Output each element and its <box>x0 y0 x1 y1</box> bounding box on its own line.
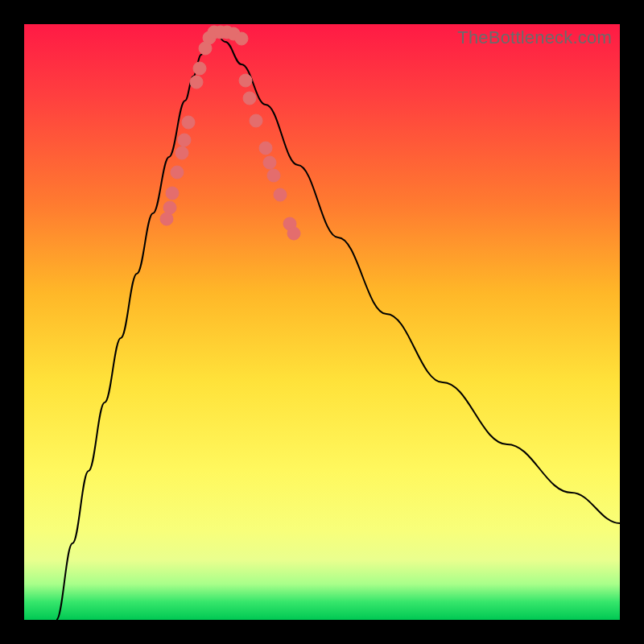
benchmark-dot <box>175 147 188 159</box>
benchmark-dot <box>235 32 248 45</box>
benchmark-dot <box>166 187 179 200</box>
benchmark-dot <box>182 116 195 129</box>
benchmark-dot <box>171 166 184 179</box>
benchmark-dot <box>267 169 280 182</box>
benchmark-dot <box>243 92 256 105</box>
benchmark-dot <box>178 134 191 147</box>
benchmark-dot <box>259 142 272 155</box>
benchmark-dot <box>160 213 173 225</box>
benchmark-dot <box>287 227 300 240</box>
benchmark-dot <box>193 62 206 75</box>
benchmark-dot <box>274 188 287 201</box>
benchmark-dot <box>190 76 203 89</box>
benchmark-dot <box>163 201 176 214</box>
chart-frame: TheBottleneck.com <box>24 24 620 620</box>
benchmark-dot <box>250 114 262 127</box>
dots-group <box>160 26 300 240</box>
curve-group <box>56 32 620 620</box>
bottleneck-chart <box>24 24 620 620</box>
curve-right <box>214 32 620 523</box>
benchmark-dot <box>263 156 276 169</box>
benchmark-dot <box>239 74 252 87</box>
